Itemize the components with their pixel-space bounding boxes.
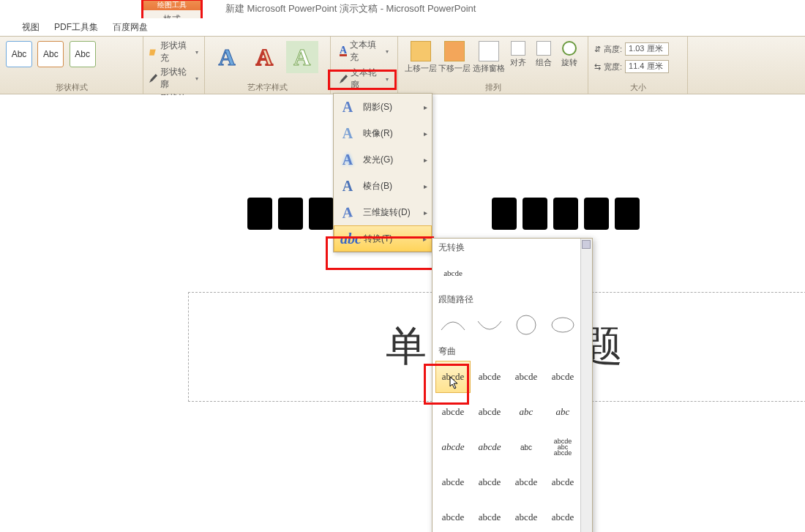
transform-warp-20[interactable]: abcde xyxy=(545,501,580,532)
gallery-scrollbar[interactable] xyxy=(580,239,592,532)
menu-bevel[interactable]: A棱台(B)▸ xyxy=(334,173,432,199)
transform-warp-10[interactable]: abcde xyxy=(472,431,507,463)
shape-outline-button[interactable]: 形状轮廓▾ xyxy=(149,66,198,91)
scrollbar-up-icon[interactable] xyxy=(582,240,591,249)
transform-warp-7[interactable]: abc xyxy=(509,396,544,428)
wordart-style-3[interactable]: A xyxy=(286,41,318,73)
menu-glow[interactable]: A发光(G)▸ xyxy=(334,146,432,173)
transform-warp-9[interactable]: abcde xyxy=(435,431,471,463)
window-title: 新建 Microsoft PowerPoint 演示文稿 - Microsoft… xyxy=(225,2,476,15)
text-outline-button[interactable]: 文本轮廓▾ xyxy=(337,66,392,92)
transform-warp-11[interactable]: abc xyxy=(509,431,544,463)
width-icon: ⇆ xyxy=(594,62,601,72)
width-input[interactable]: 11.4 厘米 xyxy=(625,60,669,73)
transform-warp-12[interactable]: abcdeabcabcde xyxy=(545,431,580,463)
shape-style-2[interactable]: Abc xyxy=(37,41,64,67)
group-label-size: 大小 xyxy=(588,82,687,93)
shape-fill-button[interactable]: 形状填充▾ xyxy=(149,40,198,64)
gallery-header-none: 无转换 xyxy=(433,239,592,255)
tab-baidu[interactable]: 百度网盘 xyxy=(107,21,154,34)
text-effects-menu: A阴影(S)▸ A映像(R)▸ A发光(G)▸ A棱台(B)▸ A三维旋转(D)… xyxy=(333,93,433,252)
ribbon: Abc Abc Abc 形状样式 形状填充▾ 形状轮廓▾ 形状效果▾ A A A… xyxy=(0,36,805,94)
transform-warp-1[interactable]: abcde xyxy=(435,361,471,393)
transform-warp-19[interactable]: abcde xyxy=(509,501,544,532)
wordart-gallery[interactable]: A A A xyxy=(211,38,324,73)
transform-gallery: 无转换 abcde 跟随路径 弯曲 abcde abcde abcde abcd… xyxy=(432,238,593,532)
wordart-style-1[interactable]: A xyxy=(211,41,243,73)
ribbon-tabs: 视图 PDF工具集 百度网盘 xyxy=(0,18,805,36)
height-input[interactable]: 1.03 厘米 xyxy=(625,42,669,56)
width-label: 宽度: xyxy=(604,61,622,72)
transform-warp-17[interactable]: abcde xyxy=(435,501,471,532)
transform-warp-8[interactable]: abc xyxy=(545,396,580,428)
width-control[interactable]: ⇆ 宽度: 11.4 厘米 xyxy=(594,60,681,73)
transform-warp-5[interactable]: abcde xyxy=(435,396,471,428)
transform-warp-14[interactable]: abcde xyxy=(472,466,507,498)
text-fill-button[interactable]: A文本填充▾ xyxy=(337,38,392,64)
transform-warp-15[interactable]: abcde xyxy=(509,466,544,498)
contextual-tab-group: 绘图工具 xyxy=(143,0,201,10)
tab-view[interactable]: 视图 xyxy=(16,21,45,34)
group-label-wordart: 艺术字样式 xyxy=(205,82,330,93)
height-icon: ⇵ xyxy=(594,45,601,54)
transform-warp-2[interactable]: abcde xyxy=(472,361,507,393)
menu-reflection[interactable]: A映像(R)▸ xyxy=(334,120,432,146)
transform-warp-6[interactable]: abcde xyxy=(472,396,507,428)
group-label-arrange: 排列 xyxy=(398,82,588,93)
transform-path-1[interactable] xyxy=(435,309,471,341)
transform-path-4[interactable] xyxy=(545,309,580,341)
transform-warp-13[interactable]: abcde xyxy=(435,466,471,498)
wordart-text-right xyxy=(492,198,640,230)
height-control[interactable]: ⇵ 高度: 1.03 厘米 xyxy=(594,42,681,56)
menu-shadow[interactable]: A阴影(S)▸ xyxy=(334,94,432,120)
transform-none[interactable]: abcde xyxy=(435,257,471,289)
bucket-icon xyxy=(149,48,157,56)
transform-path-3[interactable] xyxy=(509,309,544,341)
shape-style-1[interactable]: Abc xyxy=(6,41,32,67)
tab-pdftools[interactable]: PDF工具集 xyxy=(48,21,104,34)
gallery-header-follow-path: 跟随路径 xyxy=(433,291,592,307)
transform-path-2[interactable] xyxy=(472,309,507,341)
transform-warp-18[interactable]: abcde xyxy=(472,501,507,532)
transform-warp-4[interactable]: abcde xyxy=(545,361,580,393)
transform-warp-3[interactable]: abcde xyxy=(509,361,544,393)
menu-3d-rotation[interactable]: A三维旋转(D)▸ xyxy=(334,199,432,225)
height-label: 高度: xyxy=(604,44,622,55)
pen-icon xyxy=(340,75,348,83)
gallery-header-warp: 弯曲 xyxy=(433,342,592,359)
svg-point-1 xyxy=(552,318,574,332)
pen-icon xyxy=(149,74,157,83)
wordart-style-2[interactable]: A xyxy=(248,41,280,73)
transform-warp-16[interactable]: abcde xyxy=(545,466,580,498)
group-label-shape-styles: 形状样式 xyxy=(0,82,143,93)
menu-transform[interactable]: abc转换(T)▸ xyxy=(334,225,432,252)
shape-style-3[interactable]: Abc xyxy=(70,41,96,67)
shape-style-gallery[interactable]: Abc Abc Abc xyxy=(6,38,137,67)
svg-point-0 xyxy=(517,315,536,334)
